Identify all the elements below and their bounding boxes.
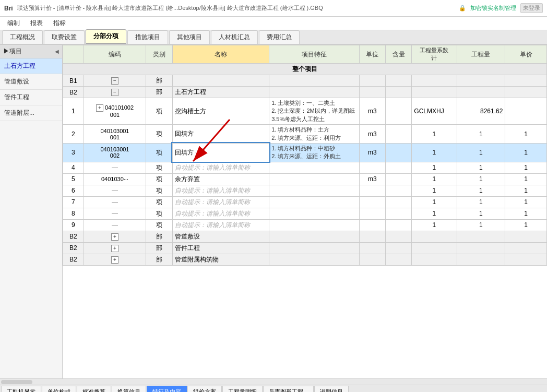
bottom-tab-materials[interactable]: 工料机显示 bbox=[1, 386, 41, 392]
tab-cost-summary[interactable]: 费用汇总 bbox=[259, 30, 300, 44]
cell-3-feature: 1. 填方材料品种：中粗砂2. 填方来源、运距：外购土 bbox=[269, 143, 359, 162]
main-toolbar: 编制 报表 指标 bbox=[0, 17, 547, 30]
cell-1-unit: m3 bbox=[359, 98, 385, 125]
cell-9-name[interactable]: 自动提示：请输入清单简称 bbox=[172, 219, 269, 231]
b2a-expand-btn[interactable]: + bbox=[111, 256, 118, 264]
cell-3-num: 3 bbox=[63, 143, 84, 162]
cell-b1-content bbox=[385, 75, 411, 87]
tab-labor-summary[interactable]: 人材机汇总 bbox=[211, 30, 258, 44]
cell-4-code: — bbox=[84, 162, 146, 173]
lock-realname-btn[interactable]: 加密锁实名制管理 bbox=[470, 4, 516, 12]
cell-7-feature bbox=[269, 196, 359, 208]
cell-9-type: 项 bbox=[146, 219, 172, 231]
table-row-6: 6 — 项 自动提示：请输入清单简称 1 1 1 bbox=[63, 185, 547, 196]
bottom-tab-qty-detail[interactable]: 工程量明细 bbox=[222, 386, 263, 392]
cell-9-num: 9 bbox=[63, 219, 84, 231]
cell-b2e-feature bbox=[269, 87, 359, 98]
table-area[interactable]: 编码 类别 名称 项目特征 单位 含量 工程量系数计 工程量 单价 整个项目 bbox=[63, 45, 547, 378]
toolbar-edit-btn[interactable]: 编制 bbox=[3, 18, 24, 29]
tab-sub-items[interactable]: 分部分项 bbox=[86, 29, 126, 44]
table-row-1: 1 + 040101002001 项 挖沟槽土方 1. 土壤类别：一、二类土2.… bbox=[63, 98, 547, 125]
cell-b2a-expand[interactable]: + bbox=[84, 254, 146, 265]
bottom-tab-convert-info[interactable]: 换算信息 bbox=[112, 386, 146, 392]
cell-8-name[interactable]: 自动提示：请输入清单简称 bbox=[172, 208, 269, 219]
cell-b2p-content bbox=[385, 231, 411, 242]
cell-9-feature bbox=[269, 219, 359, 231]
cell-5-unit: m3 bbox=[359, 173, 385, 185]
tab-other-items[interactable]: 其他项目 bbox=[169, 30, 210, 44]
cell-9-price: 1 bbox=[505, 219, 547, 231]
b2e-collapse-btn[interactable]: − bbox=[111, 89, 118, 96]
cell-b2e-type: 部 bbox=[146, 87, 172, 98]
cell-7-weight: 1 bbox=[412, 196, 457, 208]
sidebar-item-earthwork[interactable]: 土石方工程 bbox=[0, 58, 62, 74]
cell-6-unit bbox=[359, 185, 385, 196]
col-header-type: 类别 bbox=[146, 45, 172, 64]
tab-fee-settings[interactable]: 取费设置 bbox=[44, 30, 85, 44]
cell-7-code: — bbox=[84, 196, 146, 208]
bottom-tab-pricing-plan[interactable]: 组价方案 bbox=[187, 386, 222, 392]
toolbar-index-btn[interactable]: 指标 bbox=[49, 18, 70, 29]
cell-1-code: + 040101002001 bbox=[84, 98, 146, 125]
cell-4-type: 项 bbox=[146, 162, 172, 173]
cell-b1-expand[interactable]: − bbox=[84, 75, 146, 87]
cell-9-content bbox=[385, 219, 411, 231]
expand-1-btn[interactable]: + bbox=[96, 104, 103, 112]
horizontal-scrollbar[interactable] bbox=[0, 378, 547, 385]
bottom-tab-notes[interactable]: 说明信息 bbox=[314, 386, 349, 392]
cell-6-price: 1 bbox=[505, 185, 547, 196]
cell-4-unit bbox=[359, 162, 385, 173]
cell-7-type: 项 bbox=[146, 196, 172, 208]
cell-b2f-expand[interactable]: + bbox=[84, 242, 146, 254]
col-header-qty: 工程量 bbox=[457, 45, 505, 64]
cell-b2p-expand[interactable]: + bbox=[84, 231, 146, 242]
cell-b1-type: 部 bbox=[146, 75, 172, 87]
table-row-b2-fittings: B2 + 部 管件工程 bbox=[63, 242, 547, 254]
sidebar-item-pipe-laying[interactable]: 管道敷设 bbox=[0, 74, 62, 90]
cell-3-name[interactable]: 回填方 ··· bbox=[172, 143, 269, 162]
tab-project-overview[interactable]: 工程概况 bbox=[2, 30, 43, 44]
scroll-thumb[interactable] bbox=[1, 380, 32, 384]
cell-7-name[interactable]: 自动提示：请输入清单简称 bbox=[172, 196, 269, 208]
cell-1-name[interactable]: 挖沟槽土方 bbox=[172, 98, 269, 125]
cell-4-feature bbox=[269, 162, 359, 173]
unreg-badge[interactable]: 未登录 bbox=[520, 3, 543, 13]
cell-2-price: 1 bbox=[505, 125, 547, 144]
cell-b2a-qty bbox=[457, 254, 505, 265]
cell-b2f-weight bbox=[412, 242, 457, 254]
sidebar-collapse-btn[interactable]: ◀ bbox=[55, 49, 59, 54]
cell-b2f-type: 部 bbox=[146, 242, 172, 254]
cell-5-name[interactable]: 余方弃置 bbox=[172, 173, 269, 185]
app-name: Bri bbox=[4, 5, 13, 12]
cell-7-content bbox=[385, 196, 411, 208]
cell-5-feature bbox=[269, 173, 359, 185]
cell-2-name[interactable]: 回填方 bbox=[172, 125, 269, 144]
bottom-tab-std-convert[interactable]: 标准换算 bbox=[77, 386, 111, 392]
cell-6-num: 6 bbox=[63, 185, 84, 196]
cell-2-num: 2 bbox=[63, 125, 84, 144]
b2f-expand-btn[interactable]: + bbox=[111, 245, 118, 252]
cell-b2p-feature bbox=[269, 231, 359, 242]
bottom-tab-unit-composition[interactable]: 单位构成 bbox=[42, 386, 76, 392]
nav-tabs: 工程概况 取费设置 分部分项 措施项目 其他项目 人材机汇总 费用汇总 bbox=[0, 30, 547, 45]
cell-2-qty: 1 bbox=[457, 125, 505, 144]
bottom-tab-figure-check[interactable]: 反查图形工程... bbox=[263, 386, 314, 392]
sidebar-item-pipe-fittings[interactable]: 管件工程 bbox=[0, 90, 62, 105]
cell-b2p-name: 管道敷设 bbox=[172, 231, 269, 242]
cell-1-feature: 1. 土壤类别：一、二类土2. 挖土深度：2M以内，详见图纸3.5%考虑为人工挖… bbox=[269, 98, 359, 125]
cell-4-name[interactable]: 自动提示：请输入清单简称 bbox=[172, 162, 269, 173]
sidebar-item-pipe-accessories[interactable]: 管道附层... bbox=[0, 105, 62, 121]
b2p-expand-btn[interactable]: + bbox=[111, 233, 118, 241]
cell-6-type: 项 bbox=[146, 185, 172, 196]
tab-measures[interactable]: 措施项目 bbox=[127, 30, 168, 44]
cell-8-code: — bbox=[84, 208, 146, 219]
cell-6-name[interactable]: 自动提示：请输入清单简称 bbox=[172, 185, 269, 196]
toolbar-report-btn[interactable]: 报表 bbox=[26, 18, 47, 29]
cell-1-content bbox=[385, 98, 411, 125]
cell-b2f-qty bbox=[457, 242, 505, 254]
b1-collapse-btn[interactable]: − bbox=[111, 77, 118, 85]
bottom-tab-features[interactable]: 特征及内容 bbox=[147, 386, 187, 392]
cell-6-code: — bbox=[84, 185, 146, 196]
cell-b2e-expand[interactable]: − bbox=[84, 87, 146, 98]
cell-9-weight: 1 bbox=[412, 219, 457, 231]
